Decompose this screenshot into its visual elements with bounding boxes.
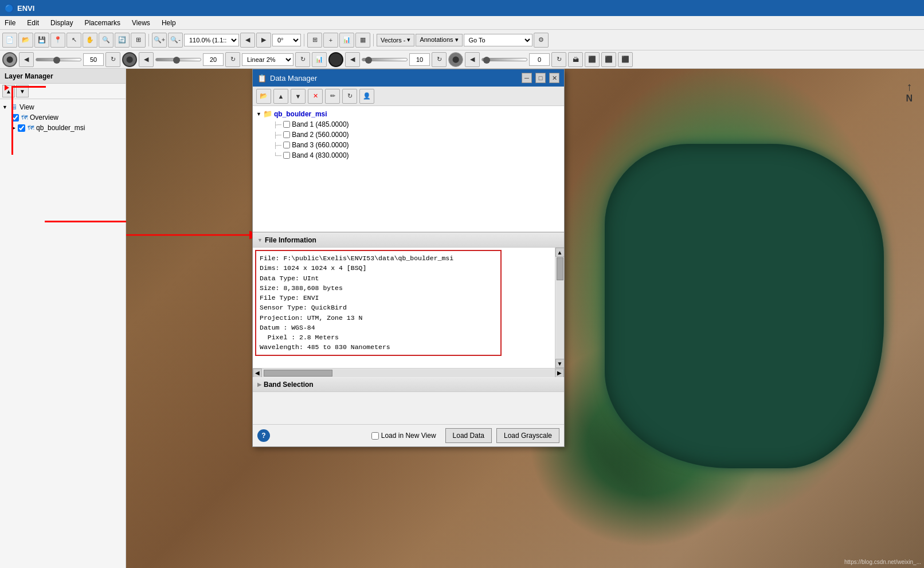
grid-btn[interactable]: ▦ xyxy=(355,33,370,48)
load-grayscale-btn[interactable]: Load Grayscale xyxy=(496,428,559,443)
menu-edit[interactable]: Edit xyxy=(25,18,41,28)
dm-maximize-btn[interactable]: □ xyxy=(535,73,546,83)
lm-up-btn[interactable]: ▲ xyxy=(2,85,15,97)
dm-user-btn[interactable]: 👤 xyxy=(359,89,374,104)
dm-band-3[interactable]: ├─ Band 3 (660.0000) xyxy=(255,140,562,150)
refresh-contrast-btn[interactable]: ↻ xyxy=(225,52,240,67)
save-btn[interactable]: 💾 xyxy=(34,33,49,48)
new-btn[interactable]: 📄 xyxy=(2,33,17,48)
arrow-left-btn[interactable]: ◀ xyxy=(19,52,34,67)
icon-b[interactable]: ⬛ xyxy=(585,52,600,67)
dm-open-folder-btn[interactable]: 📂 xyxy=(256,89,271,104)
menu-file[interactable]: File xyxy=(2,18,18,28)
overview-checkbox[interactable] xyxy=(11,114,19,122)
zoom-in-btn[interactable]: 🔍+ xyxy=(152,33,167,48)
placemark-btn[interactable]: 📍 xyxy=(50,33,65,48)
dm-band3-checkbox[interactable] xyxy=(283,142,290,148)
scroll-thumb[interactable] xyxy=(557,257,563,280)
zoom-btn[interactable]: 🔍 xyxy=(99,33,113,48)
menu-help[interactable]: Help xyxy=(159,18,178,28)
dm-titlebar: 📋 Data Manager ─ □ ✕ xyxy=(253,69,564,87)
dm-close-btn[interactable]: ✕ xyxy=(549,73,559,83)
menu-views[interactable]: Views xyxy=(130,18,152,28)
dm-up-btn[interactable]: ▲ xyxy=(273,89,288,104)
icon-d[interactable]: ⬛ xyxy=(618,52,633,67)
dm-band-1[interactable]: ├─ Band 1 (485.0000) xyxy=(255,119,562,130)
menu-display[interactable]: Display xyxy=(48,18,75,28)
icon-a[interactable]: 🏔 xyxy=(568,52,583,67)
map-area[interactable]: ↑ N https://blog.csdn.net/weixin_... 📋 D… xyxy=(126,69,924,568)
select-btn[interactable]: ↖ xyxy=(66,33,81,48)
refresh-sharpen-btn[interactable]: ↻ xyxy=(551,52,566,67)
rotation-select[interactable]: 0° xyxy=(272,34,301,46)
stretch-select[interactable]: Linear 2% xyxy=(242,53,293,66)
forward-btn[interactable]: ▶ xyxy=(256,33,271,48)
contrast-slider[interactable] xyxy=(155,58,201,61)
brightness-slider[interactable] xyxy=(36,58,81,61)
dm-load-new-view-row: Load in New View xyxy=(275,432,436,440)
icon-c[interactable]: ⬛ xyxy=(601,52,616,67)
annotations-dropdown[interactable]: Annotations ▾ xyxy=(416,34,462,46)
zoom-select[interactable]: 110.0% (1.1:: xyxy=(184,34,239,46)
dm-edit-btn[interactable]: ✏ xyxy=(325,89,340,104)
rotate-btn[interactable]: 🔄 xyxy=(115,33,130,48)
brightness-input[interactable] xyxy=(83,53,104,66)
dm-refresh-btn[interactable]: ↻ xyxy=(342,89,357,104)
contrast-input[interactable] xyxy=(203,53,224,66)
tree-item-view[interactable]: ▼ 🖥 View xyxy=(2,101,123,112)
dm-band-4[interactable]: └─ Band 4 (830.0000) xyxy=(255,150,562,160)
refresh-opacity-btn[interactable]: ↻ xyxy=(432,52,447,67)
opacity-slider[interactable] xyxy=(362,58,408,61)
opacity-input[interactable] xyxy=(409,53,430,66)
cursor-btn[interactable]: + xyxy=(323,33,338,48)
scroll-up-arrow[interactable]: ▲ xyxy=(555,248,565,257)
opacity-left[interactable]: ◀ xyxy=(345,52,360,67)
file-info-scrollbar[interactable]: ▲ ▼ xyxy=(555,248,564,368)
dm-down-btn[interactable]: ▼ xyxy=(291,89,306,104)
h-scroll-left[interactable]: ◀ xyxy=(253,369,262,378)
h-scroll-thumb[interactable] xyxy=(264,370,332,377)
tree-item-raster[interactable]: ▶ 🗺 qb_boulder_msi xyxy=(2,123,123,133)
dm-band4-checkbox[interactable] xyxy=(283,152,290,159)
goto-select[interactable]: Go To xyxy=(464,34,533,46)
raster-checkbox[interactable] xyxy=(18,124,25,132)
sharpen-left[interactable]: ◀ xyxy=(465,52,480,67)
h-scroll-right[interactable]: ▶ xyxy=(555,369,564,378)
overview-btn[interactable]: ⊞ xyxy=(307,33,322,48)
scroll-track[interactable] xyxy=(556,257,564,359)
stretch-refresh-btn[interactable]: ↻ xyxy=(295,52,310,67)
refresh-brightness-btn[interactable]: ↻ xyxy=(105,52,120,67)
dm-help-btn[interactable]: ? xyxy=(257,429,270,442)
dm-minimize-btn[interactable]: ─ xyxy=(522,73,532,83)
back-btn[interactable]: ◀ xyxy=(240,33,255,48)
band-selection-header[interactable]: ▶ Band Selection xyxy=(253,377,564,392)
settings-btn[interactable]: ⚙ xyxy=(534,33,549,48)
dm-band-2[interactable]: ├─ Band 2 (560.0000) xyxy=(255,130,562,140)
vectors-dropdown[interactable]: Vectors - ▾ xyxy=(377,34,414,46)
histogram-btn[interactable]: 📊 xyxy=(312,52,327,67)
file-info-text[interactable]: File: F:\public\Exelis\ENVI53\data\qb_bo… xyxy=(255,250,502,356)
file-info-section: ▼ File Information File: F:\public\Exeli… xyxy=(253,232,564,368)
sharpen-slider[interactable] xyxy=(481,58,527,61)
menu-placemarks[interactable]: Placemarks xyxy=(82,18,123,28)
load-new-view-checkbox[interactable] xyxy=(371,432,379,440)
layers-btn[interactable]: ⊞ xyxy=(131,33,146,48)
tree-item-overview[interactable]: 🗺 Overview xyxy=(2,112,123,123)
open-btn[interactable]: 📂 xyxy=(18,33,33,48)
file-info-header[interactable]: ▼ File Information xyxy=(253,233,564,248)
h-scroll-track[interactable] xyxy=(263,369,554,377)
zoom-out-btn[interactable]: 🔍- xyxy=(168,33,183,48)
chart-btn[interactable]: 📊 xyxy=(339,33,354,48)
dm-delete-btn[interactable]: ✕ xyxy=(308,89,323,104)
dm-band2-checkbox[interactable] xyxy=(283,131,290,138)
contrast-left[interactable]: ◀ xyxy=(139,52,154,67)
dm-band1-label: Band 1 (485.0000) xyxy=(292,120,349,128)
lm-down-btn[interactable]: ▼ xyxy=(16,85,29,97)
dm-band1-checkbox[interactable] xyxy=(283,121,290,128)
dm-root-item[interactable]: ▼ 📁 qb_boulder_msi xyxy=(255,108,562,119)
load-data-btn[interactable]: Load Data xyxy=(445,428,492,443)
pan-btn[interactable]: ✋ xyxy=(83,33,97,48)
scroll-down-arrow[interactable]: ▼ xyxy=(555,359,565,368)
sharpen-input[interactable] xyxy=(529,53,550,66)
h-scrollbar[interactable]: ◀ ▶ xyxy=(253,368,564,377)
